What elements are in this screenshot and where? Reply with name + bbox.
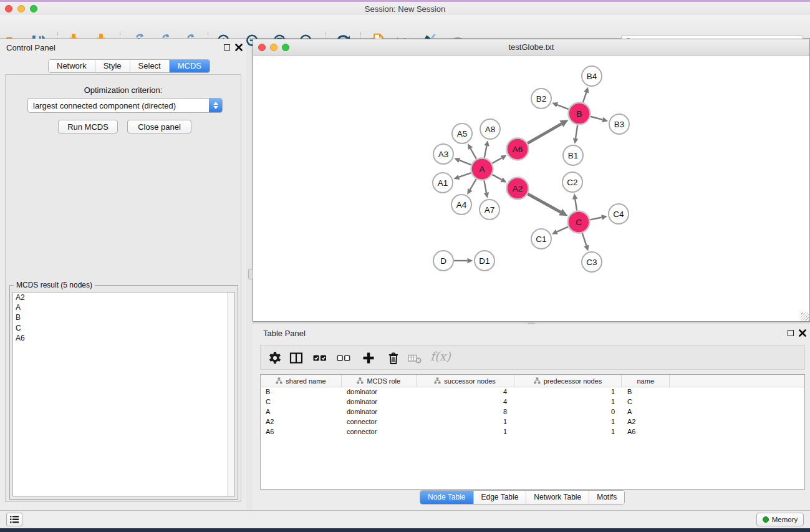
table-cell[interactable]: A6 <box>261 427 342 437</box>
column-header-MCDS-role[interactable]: MCDS role <box>342 375 417 387</box>
graph-node-label-A4: A4 <box>456 200 467 210</box>
tab-select[interactable]: Select <box>130 60 170 72</box>
vertical-splitter-handle[interactable] <box>248 269 253 279</box>
edge-arrowhead <box>484 140 489 147</box>
tab-style[interactable]: Style <box>95 60 130 72</box>
optimization-criterion-dropdown[interactable]: largest connected component (directed) <box>27 98 223 113</box>
table-cell[interactable]: 8 <box>417 407 514 417</box>
network-canvas[interactable]: B4B2BB3A5A8A6A3B1AA1C2A2A4A7C4CC1C3DD1 <box>254 56 809 321</box>
table-cell[interactable]: 4 <box>417 397 514 407</box>
table-cell[interactable]: A <box>261 407 342 417</box>
table-cell[interactable]: B <box>622 387 670 397</box>
edge-A-A3[interactable] <box>460 160 471 165</box>
table-cell[interactable]: 1 <box>417 417 514 427</box>
deselect-all-icon[interactable] <box>336 351 351 365</box>
column-header-predecessor-nodes[interactable]: predecessor nodes <box>514 375 622 387</box>
edge-A-A5[interactable] <box>470 148 476 159</box>
create-column-plus-icon[interactable] <box>361 351 376 365</box>
table-settings-gear-icon[interactable] <box>268 351 282 365</box>
column-header-shared-name[interactable]: shared name <box>261 375 342 387</box>
edge-A-A1[interactable] <box>459 173 471 177</box>
close-panel-icon[interactable] <box>235 44 243 51</box>
edge-A-A7[interactable] <box>484 180 486 193</box>
close-panel-button[interactable]: Close panel <box>127 120 191 133</box>
memory-label: Memory <box>772 516 798 523</box>
column-header-name[interactable]: name <box>622 375 670 387</box>
column-header-successor-nodes[interactable]: successor nodes <box>417 375 514 387</box>
memory-button[interactable]: Memory <box>756 513 804 526</box>
table-cell[interactable]: B <box>261 387 342 397</box>
run-mcds-button[interactable]: Run MCDS <box>58 120 118 133</box>
tab-node-table[interactable]: Node Table <box>420 491 474 504</box>
edge-A6-B[interactable] <box>528 123 561 143</box>
table-cell[interactable]: 1 <box>514 397 622 407</box>
mcds-result-item[interactable]: A6 <box>13 333 234 343</box>
table-row[interactable]: A6connector11A6 <box>261 427 804 437</box>
tab-mcds[interactable]: MCDS <box>170 60 210 72</box>
table-cell[interactable]: A2 <box>261 417 342 427</box>
float-panel-icon[interactable] <box>224 44 230 51</box>
table-row[interactable]: Adominator80A <box>261 407 804 417</box>
table-cell[interactable]: connector <box>342 417 417 427</box>
mcds-result-item[interactable]: A2 <box>13 293 234 302</box>
app-titlebar: Session: New Session <box>0 2 810 15</box>
table-cell[interactable]: A2 <box>622 417 670 427</box>
column-header-empty[interactable] <box>670 375 804 387</box>
float-table-panel-icon[interactable] <box>788 330 794 336</box>
table-row[interactable]: Bdominator41B <box>261 387 804 397</box>
table-cell[interactable]: 1 <box>514 427 622 437</box>
task-history-button[interactable] <box>6 513 22 526</box>
table-cell[interactable]: 0 <box>514 407 622 417</box>
edge-B-B1[interactable] <box>576 125 577 138</box>
destroy-table-icon[interactable] <box>407 351 422 365</box>
mcds-result-item[interactable]: B <box>13 312 234 322</box>
edge-B-B2[interactable] <box>557 105 569 109</box>
tab-edge-table[interactable]: Edge Table <box>474 491 527 504</box>
tab-motifs[interactable]: Motifs <box>589 491 624 504</box>
table-cell[interactable]: A6 <box>622 427 670 437</box>
table-cell[interactable]: 4 <box>417 387 514 397</box>
edge-B-B3[interactable] <box>591 117 603 120</box>
mcds-result-list[interactable]: A2ABCA6 <box>12 292 235 496</box>
dropdown-stepper-icon[interactable] <box>209 99 222 112</box>
tab-network-table[interactable]: Network Table <box>526 491 589 504</box>
edge-C-C3[interactable] <box>582 233 587 246</box>
mcds-result-item[interactable]: C <box>13 323 234 333</box>
network-window-titlebar[interactable]: testGlobe.txt <box>253 39 809 56</box>
close-table-panel-icon[interactable] <box>799 329 806 337</box>
table-cell[interactable]: A <box>622 407 670 417</box>
edge-C-C2[interactable] <box>575 199 577 211</box>
cytoscape-app: Session: New Session <box>0 0 810 532</box>
edge-C-C4[interactable] <box>590 217 602 220</box>
window-resize-grip[interactable] <box>801 312 809 321</box>
tab-network[interactable]: Network <box>49 60 95 72</box>
table-row[interactable]: Cdominator41C <box>261 397 804 407</box>
table-cell[interactable]: dominator <box>342 387 417 397</box>
table-cell[interactable]: dominator <box>342 407 417 417</box>
mcds-result-item[interactable]: A <box>13 302 234 312</box>
table-cell[interactable]: dominator <box>342 397 417 407</box>
result-list-scrollbar[interactable] <box>227 293 234 496</box>
edge-A-A2[interactable] <box>492 175 501 180</box>
column-browser-icon[interactable] <box>289 351 304 365</box>
select-all-icon[interactable] <box>312 351 327 365</box>
delete-column-trash-icon[interactable] <box>386 351 401 365</box>
table-cell[interactable]: C <box>622 397 670 407</box>
mcds-result-group: MCDS result (5 nodes) A2ABCA6 <box>9 285 238 500</box>
edge-A2-C[interactable] <box>528 194 561 212</box>
edge-B-B4[interactable] <box>583 92 586 102</box>
edge-A-A8[interactable] <box>485 146 487 158</box>
dropdown-selected-value: largest connected component (directed) <box>28 101 209 110</box>
table-cell[interactable]: 1 <box>514 387 622 397</box>
edge-C-C1[interactable] <box>557 227 568 232</box>
table-row[interactable]: A2connector11A2 <box>261 417 804 427</box>
network-graph[interactable]: B4B2BB3A5A8A6A3B1AA1C2A2A4A7C4CC1C3DD1 <box>254 56 809 321</box>
table-cell[interactable]: connector <box>342 427 417 437</box>
network-view-window: testGlobe.txt B4B2BB3A5A8A6A3B1AA1C2A2A4… <box>253 39 810 322</box>
table-cell[interactable]: C <box>261 397 342 407</box>
edge-A-A6[interactable] <box>492 158 502 163</box>
edge-A-A4[interactable] <box>470 179 476 190</box>
table-cell[interactable]: 1 <box>514 417 622 427</box>
table-cell[interactable]: 1 <box>417 427 514 437</box>
function-builder-icon[interactable]: f(x) <box>430 349 451 363</box>
